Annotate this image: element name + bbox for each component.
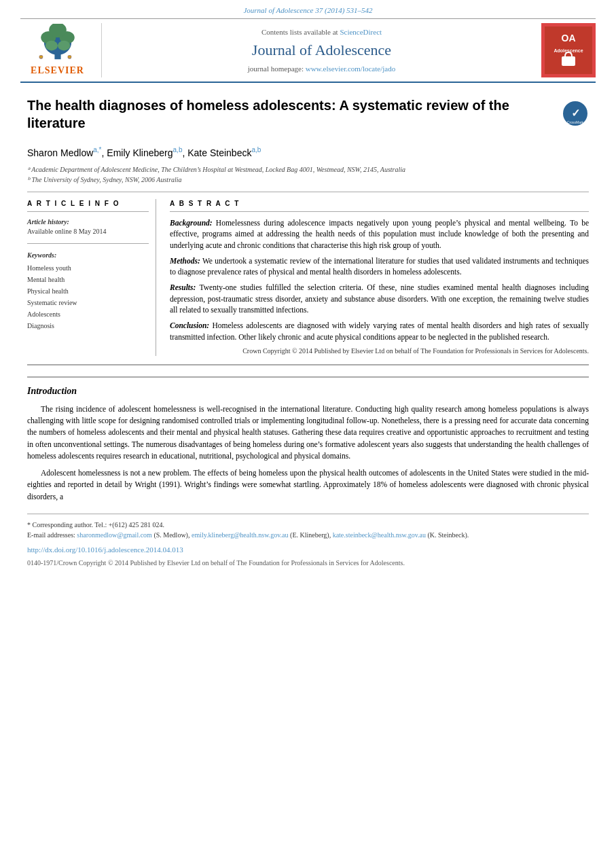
authors-line: Sharon Medlowa,*, Emily Klineberga,b, Ka… [27,145,589,160]
results-label: Results: [170,283,196,291]
main-content: The health diagnoses of homeless adolesc… [0,83,616,581]
keywords-list: Homeless youth Mental health Physical he… [27,262,149,332]
abstract-background: Background: Homelessness during adolesce… [170,217,589,251]
divider-2 [27,364,589,365]
homepage-url[interactable]: www.elsevier.com/locate/jado [306,65,395,73]
svg-text:OA: OA [562,33,576,43]
svg-text:CrossMark: CrossMark [567,120,584,124]
conclusion-label: Conclusion: [170,321,209,329]
svg-text:✓: ✓ [571,107,580,119]
article-title-area: The health diagnoses of homeless adolesc… [27,96,589,137]
abstract-methods: Methods: We undertook a systematic revie… [170,255,589,278]
elsevier-logo: 🦁 🦁 ELSEVIER [20,23,102,77]
keywords-label: Keywords: [27,251,149,260]
footer-notes: * Corresponding author. Tel.: +(612) 425… [27,514,589,569]
keyword-5: Adolescents [27,308,149,320]
author2-name: Emily Klineberg [107,147,173,158]
email-addresses: E-mail addresses: sharonmedlow@gmail.com… [27,530,589,540]
methods-text: We undertook a systematic review of the … [170,257,589,276]
svg-text:🦁: 🦁 [39,54,43,60]
author3-name: Kate Steinbeck [187,147,251,158]
svg-point-6 [58,41,70,51]
email3-link[interactable]: kate.steinbeck@health.nsw.gov.au [333,531,426,539]
divider-1 [27,192,589,192]
journal-center: Contents lists available at ScienceDirec… [102,23,541,77]
intro-para-1: The rising incidence of adolescent homel… [27,404,589,462]
article-info-col: A R T I C L E I N F O Article history: A… [27,199,156,357]
elsevier-brand: ELSEVIER [31,64,84,77]
conclusion-text: Homeless adolescents are diagnosed with … [170,321,589,341]
divider-keywords [27,243,149,244]
contents-available: Contents lists available at ScienceDirec… [261,27,382,37]
crossmark-badge[interactable]: ✓ CrossMark [562,100,589,127]
abstract-label: A B S T R A C T [170,199,589,212]
background-label: Background: [170,219,213,227]
article-title: The health diagnoses of homeless adolesc… [27,96,551,132]
intro-heading: Introduction [27,384,589,398]
article-info-label: A R T I C L E I N F O [27,199,149,212]
svg-point-5 [45,41,57,51]
science-direct-link[interactable]: ScienceDirect [340,28,382,36]
journal-reference: Journal of Adolescence 37 (2014) 531–542 [0,0,616,18]
methods-label: Methods: [170,257,200,265]
introduction-section: Introduction The rising incidence of ado… [27,376,589,503]
available-online: Available online 8 May 2014 [27,227,149,236]
keywords-section: Keywords: Homeless youth Mental health P… [27,251,149,332]
results-text: Twenty-one studies fulfilled the selecti… [170,283,589,314]
affiliation-a: ᵃ Academic Department of Adolescent Medi… [27,164,589,175]
abstract-col: A B S T R A C T Background: Homelessness… [170,199,589,357]
journal-header: 🦁 🦁 ELSEVIER Contents lists available at… [20,18,596,83]
svg-rect-12 [562,56,575,66]
article-info-abstract: A R T I C L E I N F O Article history: A… [27,199,589,357]
corresponding-author: * Corresponding author. Tel.: +(612) 425… [27,520,589,530]
doi-link[interactable]: http://dx.doi.org/10.1016/j.adolescence.… [27,544,589,556]
footer-issn: 0140-1971/Crown Copyright © 2014 Publish… [27,558,589,568]
svg-text:🦁: 🦁 [67,54,71,60]
copyright-text: Crown Copyright © 2014 Published by Else… [170,346,589,356]
history-label: Article history: [27,217,149,227]
homepage-line: journal homepage: www.elsevier.com/locat… [248,64,395,74]
author1-name: Sharon Medlow [27,147,93,158]
background-text: Homelessness during adolescence impacts … [170,219,589,249]
affiliation-b: ᵇ The University of Sydney, Sydney, NSW,… [27,175,589,185]
elsevier-tree-icon: 🦁 🦁 [31,24,85,61]
open-access-badge: OA Adolescence [541,23,596,77]
email1-link[interactable]: sharonmedlow@gmail.com [77,531,152,539]
keyword-2: Mental health [27,274,149,285]
abstract-conclusion: Conclusion: Homeless adolescents are dia… [170,320,589,342]
intro-para-2: Adolescent homelessness is not a new pro… [27,467,589,503]
keyword-4: Systematic review [27,297,149,308]
keyword-6: Diagnosis [27,320,149,332]
keyword-1: Homeless youth [27,262,149,274]
journal-title-header: Journal of Adolescence [252,40,391,61]
crossmark-icon: ✓ CrossMark [562,101,588,126]
affiliations: ᵃ Academic Department of Adolescent Medi… [27,164,589,185]
abstract-results: Results: Twenty-one studies fulfilled th… [170,282,589,316]
article-history: Article history: Available online 8 May … [27,217,149,236]
keyword-3: Physical health [27,285,149,297]
email2-link[interactable]: emily.klineberg@health.nsw.gov.au [192,531,289,539]
